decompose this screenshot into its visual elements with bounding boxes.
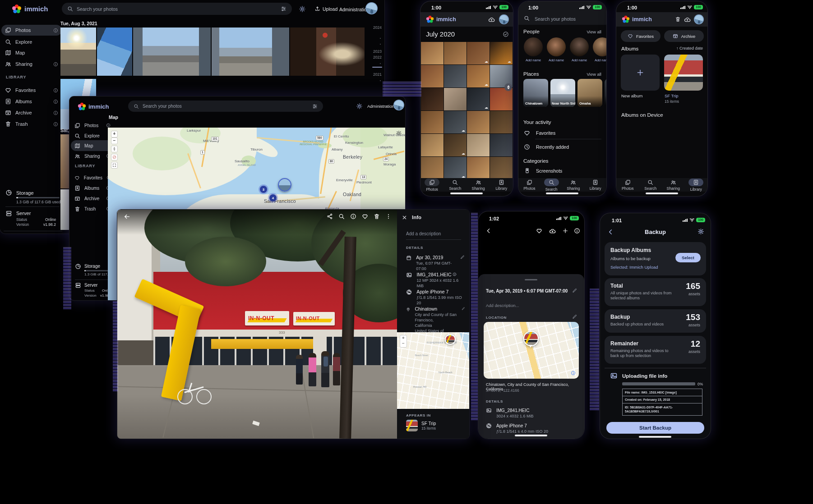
tab-search[interactable]: Search bbox=[541, 179, 561, 192]
location-map[interactable] bbox=[484, 322, 579, 379]
favorites-row[interactable]: Favorites bbox=[524, 130, 555, 136]
new-album-card[interactable] bbox=[621, 55, 660, 91]
tab-library[interactable]: Library bbox=[586, 179, 605, 191]
tab-photos[interactable]: Photos bbox=[618, 179, 637, 191]
photo-thumbnail[interactable] bbox=[421, 65, 443, 87]
photo-thumbnail[interactable]: ☁ bbox=[490, 42, 513, 64]
photo-thumbnail[interactable]: ☁ bbox=[467, 42, 490, 64]
map-fullscreen-button[interactable] bbox=[111, 162, 118, 169]
photo-thumbnail[interactable]: ☁ bbox=[467, 65, 490, 87]
filter-sliders-icon[interactable] bbox=[312, 104, 318, 109]
info-circle-icon[interactable] bbox=[53, 88, 58, 93]
add-name-link[interactable]: Add name bbox=[547, 58, 566, 62]
face-avatar[interactable] bbox=[593, 37, 606, 56]
map-photo-marker[interactable] bbox=[445, 334, 456, 345]
face-avatar[interactable] bbox=[547, 37, 566, 56]
info-icon[interactable] bbox=[350, 213, 356, 220]
edit-pencil-icon[interactable] bbox=[572, 288, 577, 293]
more-options-icon[interactable] bbox=[385, 213, 392, 220]
photo-thumbnail[interactable] bbox=[60, 27, 96, 76]
user-avatar[interactable] bbox=[393, 100, 404, 110]
add-name-link[interactable]: Add name bbox=[570, 58, 589, 62]
person[interactable]: Add name bbox=[593, 37, 606, 62]
tab-sharing[interactable]: Sharing bbox=[663, 179, 683, 191]
photo-thumbnail[interactable] bbox=[490, 111, 513, 133]
photo-thumbnail[interactable] bbox=[467, 134, 490, 156]
cloud-upload-icon[interactable] bbox=[549, 228, 556, 234]
album-card-sf-trip[interactable] bbox=[664, 55, 703, 91]
photo-thumbnail[interactable] bbox=[60, 189, 69, 230]
photo-thumbnail[interactable] bbox=[421, 88, 443, 110]
filter-sliders-icon[interactable] bbox=[281, 6, 286, 12]
photo-thumbnail[interactable] bbox=[290, 27, 365, 76]
close-icon[interactable] bbox=[402, 215, 407, 220]
sidebar-item-photos[interactable]: Photos bbox=[1, 25, 62, 36]
photo-thumbnail[interactable] bbox=[467, 111, 490, 133]
sidebar-item-archive[interactable]: Archive bbox=[1, 107, 62, 118]
cloud-sync-icon[interactable] bbox=[488, 16, 495, 23]
favorite-heart-icon[interactable] bbox=[536, 228, 542, 234]
info-circle-icon[interactable] bbox=[53, 62, 58, 67]
map-attribution-info-icon[interactable] bbox=[571, 371, 576, 376]
map-cluster-marker[interactable]: 3 bbox=[260, 186, 267, 193]
viewer-photo[interactable]: 333 IN-N-OUT IN-N-OUT bbox=[117, 210, 397, 439]
favorites-button[interactable]: Favorites bbox=[621, 30, 661, 42]
theme-toggle-sun-icon[interactable] bbox=[299, 6, 305, 12]
place-card[interactable]: Pi bbox=[605, 79, 606, 107]
edit-pencil-icon[interactable] bbox=[460, 255, 465, 260]
sort-button[interactable]: ↑ Created date bbox=[676, 46, 703, 50]
sidebar-item-map[interactable]: Map bbox=[1, 47, 62, 58]
place-card[interactable]: Chinatown bbox=[523, 79, 548, 107]
info-circle-icon[interactable] bbox=[53, 110, 58, 115]
photo-thumbnail[interactable] bbox=[133, 27, 211, 76]
upload-button[interactable]: Upload bbox=[314, 6, 337, 12]
recently-added-row[interactable]: Recently added bbox=[524, 144, 569, 150]
user-avatar[interactable] bbox=[499, 14, 509, 24]
tab-search[interactable]: Search bbox=[641, 179, 661, 191]
map-zoom-control[interactable]: +− bbox=[400, 335, 407, 348]
back-arrow-icon[interactable] bbox=[124, 213, 130, 220]
photo-thumbnail[interactable] bbox=[444, 88, 467, 110]
map-compass-button[interactable] bbox=[111, 146, 118, 152]
photo-thumbnail[interactable]: ☁ bbox=[444, 134, 467, 156]
favorite-heart-icon[interactable] bbox=[362, 213, 368, 220]
info-icon[interactable] bbox=[574, 228, 580, 234]
description-input[interactable]: Add description... bbox=[486, 303, 519, 308]
back-chevron-icon[interactable] bbox=[485, 228, 492, 234]
tab-photos[interactable]: Photos bbox=[422, 179, 442, 192]
face-avatar[interactable] bbox=[570, 37, 589, 56]
album-link[interactable]: SF Trip 15 items bbox=[406, 420, 436, 431]
person[interactable]: Add name bbox=[524, 37, 543, 62]
map-zoom-out-button[interactable]: − bbox=[111, 137, 118, 144]
sheet-drag-handle[interactable] bbox=[525, 279, 537, 280]
photo-thumbnail[interactable] bbox=[421, 157, 443, 179]
archive-button[interactable]: Archive bbox=[664, 30, 704, 42]
map-cluster-marker[interactable]: 4 bbox=[269, 194, 277, 202]
photo-thumbnail[interactable] bbox=[421, 134, 443, 156]
sidebar-item-explore[interactable]: Explore bbox=[1, 37, 62, 47]
description-input[interactable]: Add a description bbox=[406, 231, 441, 236]
photo-thumbnail[interactable] bbox=[97, 27, 132, 76]
info-circle-icon[interactable] bbox=[106, 123, 111, 128]
info-circle-icon[interactable] bbox=[453, 272, 457, 276]
place-card[interactable]: Omaha bbox=[577, 79, 602, 107]
search-input[interactable]: Search your photos bbox=[128, 101, 323, 112]
share-icon[interactable] bbox=[327, 213, 333, 220]
select-all-check-icon[interactable] bbox=[503, 31, 509, 37]
edit-pencil-icon[interactable] bbox=[572, 314, 577, 319]
info-circle-icon[interactable] bbox=[53, 122, 58, 127]
place-card[interactable]: Near North Side bbox=[550, 79, 575, 107]
scrubber-handle[interactable] bbox=[372, 67, 382, 68]
map-zoom-in-button[interactable]: + bbox=[111, 131, 118, 137]
theme-toggle-sun-icon[interactable] bbox=[356, 103, 362, 109]
photo-thumbnail[interactable] bbox=[444, 42, 467, 64]
person[interactable]: Add name bbox=[547, 37, 566, 62]
start-backup-button[interactable]: Start Backup bbox=[606, 422, 704, 434]
map-photo-marker[interactable] bbox=[278, 178, 291, 192]
photo-thumbnail[interactable]: ☁ bbox=[467, 88, 490, 110]
map-layers-button[interactable] bbox=[111, 154, 118, 160]
photo-thumbnail[interactable] bbox=[212, 27, 289, 76]
people-view-all-link[interactable]: View all bbox=[587, 29, 601, 34]
screenshots-row[interactable]: Screenshots bbox=[524, 168, 562, 174]
sidebar-item-favorites[interactable]: Favorites bbox=[1, 85, 62, 96]
